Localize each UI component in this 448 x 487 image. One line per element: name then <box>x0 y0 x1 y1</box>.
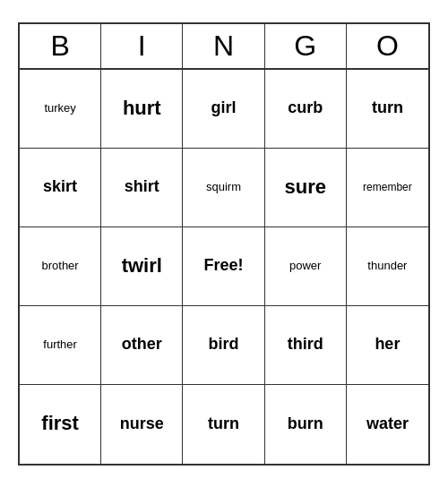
bingo-cell-11: twirl <box>101 227 183 306</box>
bingo-cell-24: water <box>347 385 428 464</box>
bingo-cell-6: shirt <box>101 149 183 227</box>
bingo-cell-19: her <box>347 306 428 385</box>
bingo-cell-16: other <box>101 306 183 385</box>
cell-text-21: nurse <box>120 414 164 434</box>
cell-text-5: skirt <box>43 177 77 197</box>
cell-text-14: thunder <box>367 259 407 273</box>
cell-text-17: bird <box>208 335 238 355</box>
cell-text-4: turn <box>372 98 403 118</box>
header-letter-o: O <box>347 24 428 68</box>
header-letter-g: G <box>265 24 347 68</box>
cell-text-2: girl <box>211 98 236 118</box>
bingo-cell-22: turn <box>183 385 264 464</box>
header-letter-n: N <box>183 24 264 68</box>
cell-text-18: third <box>288 335 323 355</box>
bingo-cell-21: nurse <box>101 385 183 464</box>
cell-text-24: water <box>366 414 409 434</box>
bingo-header: BINGO <box>20 24 428 70</box>
bingo-cell-23: burn <box>265 385 347 464</box>
cell-text-7: squirm <box>206 180 241 194</box>
bingo-cell-12: Free! <box>183 227 264 306</box>
cell-text-23: burn <box>288 414 323 434</box>
bingo-cell-7: squirm <box>183 149 264 227</box>
bingo-cell-10: brother <box>20 227 101 306</box>
cell-text-11: twirl <box>122 254 162 278</box>
bingo-cell-2: girl <box>183 70 264 149</box>
bingo-card: BINGO turkeyhurtgirlcurbturnskirtshirtsq… <box>18 22 430 466</box>
cell-text-12: Free! <box>203 256 243 276</box>
bingo-cell-0: turkey <box>20 70 101 149</box>
bingo-cell-17: bird <box>183 306 264 385</box>
bingo-cell-1: hurt <box>101 70 183 149</box>
header-letter-b: B <box>20 24 101 68</box>
cell-text-13: power <box>289 259 321 273</box>
bingo-cell-4: turn <box>347 70 428 149</box>
cell-text-9: remember <box>363 181 412 193</box>
cell-text-10: brother <box>41 259 78 273</box>
cell-text-15: further <box>43 337 77 352</box>
cell-text-6: shirt <box>125 177 159 197</box>
bingo-cell-20: first <box>20 385 101 464</box>
cell-text-19: her <box>375 335 400 355</box>
cell-text-16: other <box>122 335 162 355</box>
bingo-cell-14: thunder <box>347 227 428 306</box>
cell-text-3: curb <box>288 98 323 118</box>
bingo-grid: turkeyhurtgirlcurbturnskirtshirtsquirmsu… <box>20 70 428 464</box>
bingo-cell-18: third <box>265 306 347 385</box>
bingo-cell-3: curb <box>265 70 347 149</box>
cell-text-1: hurt <box>123 97 161 120</box>
cell-text-0: turkey <box>44 101 75 115</box>
bingo-cell-15: further <box>20 306 101 385</box>
header-letter-i: I <box>101 24 183 68</box>
cell-text-8: sure <box>284 175 325 199</box>
cell-text-22: turn <box>208 414 239 434</box>
cell-text-20: first <box>41 412 79 435</box>
bingo-cell-13: power <box>265 227 347 306</box>
bingo-cell-8: sure <box>265 149 347 227</box>
bingo-cell-5: skirt <box>20 149 101 227</box>
bingo-cell-9: remember <box>347 149 428 227</box>
